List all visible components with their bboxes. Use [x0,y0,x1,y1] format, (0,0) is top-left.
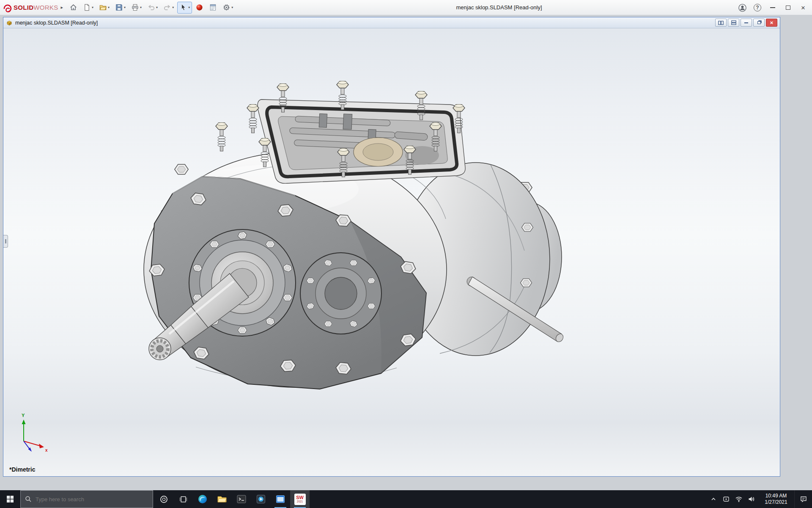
help-icon: ? [754,4,761,11]
solidworks-icon-year: 2021 [297,500,303,503]
solidworks-app-button[interactable]: SW 2021 [290,490,310,508]
search-icon [25,496,32,502]
home-icon [69,3,77,11]
solidworks-logo: SOLIDWORKS [3,3,58,12]
dropdown-caret: ▾ [156,6,158,9]
triad-y-label: Y [22,413,25,418]
volume-icon [748,495,755,503]
media-app-icon [256,494,266,504]
start-button[interactable] [0,490,20,508]
terminal-icon [236,494,247,504]
dropdown-caret: ▾ [231,6,233,9]
print-icon [131,3,139,11]
new-document-icon [83,3,91,11]
system-tray: 10:49 AM 1/27/2021 [707,490,812,508]
graphics-viewport[interactable]: Y x *Dimetric [3,28,780,476]
cortana-button[interactable] [154,490,173,508]
tray-status-button[interactable] [720,490,732,508]
tile-vertical-icon [731,20,736,25]
dropdown-caret: ▾ [172,6,174,9]
account-icon [738,3,747,12]
maximize-icon [786,6,790,10]
document-title: menjac sklop.SLDASM [Read-only] [15,20,98,26]
tray-status-icon [723,496,730,502]
gearbox-assembly-model: Y x [3,28,780,476]
app-titlebar: SOLIDWORKS ▸ ▾ ▾ ▾ ▾ ▾ ▾ [0,0,812,15]
save-button[interactable]: ▾ [113,2,128,14]
document-close-button[interactable]: × [766,19,777,27]
dropdown-caret: ▾ [124,6,126,9]
tile-vertical-button[interactable] [728,19,739,27]
feature-tree-collapsed-handle[interactable] [3,235,8,248]
dropdown-caret: ▾ [92,6,93,9]
search-input[interactable] [36,496,148,502]
edge-button[interactable] [193,490,212,508]
orientation-triad: Y x [22,413,48,453]
action-center-button[interactable] [794,490,812,508]
clock-time: 10:49 AM [765,493,787,499]
assembly-document-icon [6,19,13,26]
chevron-up-icon [710,496,716,502]
ds-logo-icon [3,3,12,12]
app-window-title: menjac sklop.SLDASM [Read-only] [398,0,601,15]
document-window-controls: × [715,19,777,27]
account-button[interactable] [735,1,749,14]
open-button[interactable]: ▾ [97,2,112,14]
terminal-app-button[interactable] [232,490,251,508]
solidworks-icon-label: SW [296,495,304,500]
media-app-button[interactable] [251,490,271,508]
gear-icon [222,3,230,11]
view-orientation-label: *Dimetric [9,466,35,473]
document-restore-button[interactable] [753,19,765,27]
file-explorer-icon [217,494,227,504]
network-button[interactable] [732,490,745,508]
undo-button[interactable]: ▾ [145,2,160,14]
help-button[interactable]: ? [750,1,765,14]
app-window-controls: ? × [735,0,810,15]
print-button[interactable]: ▾ [129,2,144,14]
tile-horizontal-button[interactable] [715,19,727,27]
select-cursor-icon [179,3,187,11]
save-icon [115,3,123,11]
dropdown-caret: ▾ [188,6,190,9]
evaluate-button[interactable] [207,2,219,14]
solidworks-app-icon: SW 2021 [294,494,306,505]
file-explorer-button[interactable] [212,490,232,508]
window-app-icon [275,494,285,504]
hidden-icons-button[interactable] [707,490,720,508]
tile-horizontal-icon [718,21,724,25]
new-document-button[interactable]: ▾ [81,2,96,14]
minimize-icon [770,7,775,8]
window-app-button[interactable] [271,490,290,508]
toolbar-flyout-arrow[interactable]: ▸ [61,5,63,10]
close-button[interactable]: × [796,1,810,14]
select-button[interactable]: ▾ [177,2,192,14]
windows-logo-icon [6,495,14,503]
windows-taskbar: SW 2021 10:49 AM 1/27/2021 [0,490,812,508]
options-button[interactable]: ▾ [220,2,235,14]
close-icon: × [770,19,774,26]
brand-text: SOLIDWORKS [14,4,58,11]
minimize-icon [744,22,748,23]
dropdown-caret: ▾ [108,6,110,9]
handle-grip-icon [5,239,6,243]
triad-x-label: x [45,448,48,453]
maximize-button[interactable] [781,1,795,14]
document-window: menjac sklop.SLDASM [Read-only] × [3,17,780,477]
restore-icon [757,21,761,24]
document-minimize-button[interactable] [741,19,752,27]
task-view-button[interactable] [173,490,193,508]
minimize-button[interactable] [765,1,780,14]
action-center-icon [800,495,807,503]
redo-button[interactable]: ▾ [161,2,176,14]
dropdown-caret: ▾ [140,6,142,9]
volume-button[interactable] [745,490,758,508]
taskbar-clock[interactable]: 10:49 AM 1/27/2021 [758,490,794,508]
close-icon: × [801,4,805,11]
home-button[interactable] [67,2,80,14]
redo-icon [163,3,171,11]
edge-icon [198,494,208,504]
taskbar-search[interactable] [20,490,153,508]
cortana-icon [159,495,168,504]
3dexperience-button[interactable] [193,2,206,14]
